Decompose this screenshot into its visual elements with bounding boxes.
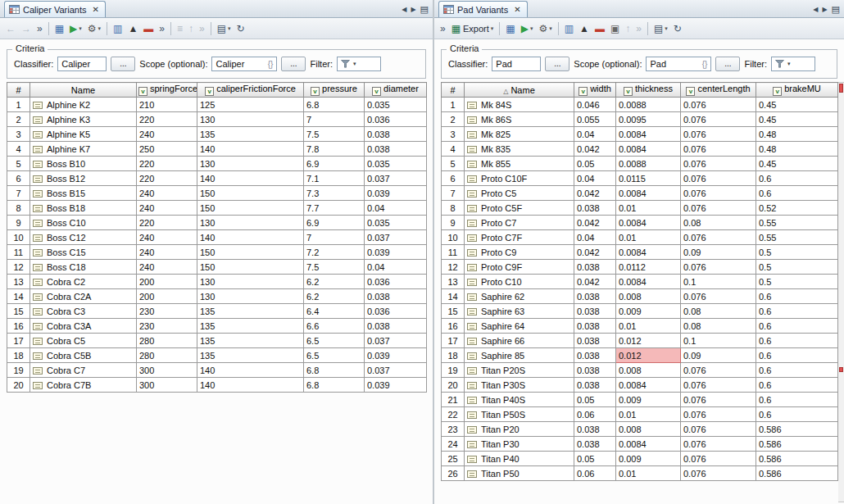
value-cell[interactable]: 0.09 (681, 348, 756, 363)
value-cell[interactable]: 0.45 (756, 98, 838, 112)
row-number-cell[interactable]: 8 (442, 201, 465, 216)
value-cell[interactable]: 7 (304, 112, 365, 127)
column-header-num[interactable]: # (442, 83, 465, 98)
tab-list-icon[interactable]: ▤ (832, 5, 840, 14)
table-row[interactable]: 2Alphine K322013070.036 (7, 112, 427, 127)
value-cell[interactable]: 0.038 (365, 319, 427, 334)
value-cell[interactable]: 7.2 (304, 245, 365, 260)
export-button[interactable]: ▦Export▾ (449, 20, 497, 37)
table-row[interactable]: 15Cobra C32301356.40.036 (7, 304, 427, 319)
remove-icon[interactable]: ▬ (141, 20, 156, 37)
table-row[interactable]: 19Cobra C73001406.80.037 (7, 363, 427, 378)
value-cell[interactable]: 6.9 (304, 157, 365, 171)
run-validation-icon[interactable]: ▶▾ (67, 20, 84, 37)
value-cell[interactable]: 7.5 (304, 127, 365, 142)
value-cell[interactable]: 0.0088 (616, 157, 681, 171)
value-cell[interactable]: 300 (137, 363, 197, 378)
refresh-icon[interactable]: ↻ (234, 20, 247, 37)
name-cell[interactable]: Boss B18 (30, 201, 137, 216)
row-number-cell[interactable]: 9 (7, 216, 30, 230)
value-cell[interactable]: 0.036 (365, 304, 427, 319)
value-cell[interactable]: 6.8 (304, 98, 365, 112)
value-cell[interactable]: 0.076 (681, 157, 756, 171)
value-cell[interactable]: 7 (304, 230, 365, 245)
value-cell[interactable]: 0.038 (574, 437, 616, 452)
row-number-cell[interactable]: 5 (442, 157, 465, 171)
value-cell[interactable]: 0.038 (574, 334, 616, 348)
open-in-containment-tree-icon[interactable]: ▦ (52, 20, 66, 37)
value-cell[interactable]: 0.009 (616, 452, 681, 466)
name-cell[interactable]: Titan P50S (465, 407, 574, 422)
name-cell[interactable]: Cobra C3 (30, 304, 137, 319)
row-number-cell[interactable]: 15 (442, 304, 465, 319)
highlighted-value-cell[interactable]: 0.012 (616, 348, 681, 363)
value-cell[interactable]: 200 (137, 289, 197, 304)
name-cell[interactable]: Mk 825 (465, 127, 574, 142)
row-number-cell[interactable]: 25 (442, 452, 465, 466)
value-cell[interactable]: 150 (197, 245, 304, 260)
row-number-cell[interactable]: 22 (442, 407, 465, 422)
move-up-icon[interactable]: ▲ (577, 20, 592, 37)
value-cell[interactable]: 0.038 (365, 127, 427, 142)
value-cell[interactable]: 280 (137, 348, 197, 363)
row-number-cell[interactable]: 19 (7, 363, 30, 378)
value-cell[interactable]: 135 (197, 334, 304, 348)
value-cell[interactable]: 0.05 (574, 393, 616, 407)
value-cell[interactable]: 0.6 (756, 393, 838, 407)
value-cell[interactable]: 140 (197, 230, 304, 245)
value-cell[interactable]: 0.06 (574, 466, 616, 481)
row-number-cell[interactable]: 6 (7, 171, 30, 186)
value-cell[interactable]: 0.04 (574, 230, 616, 245)
toolbar-overflow-icon[interactable]: » (438, 20, 448, 37)
value-cell[interactable]: 0.076 (681, 142, 756, 157)
name-cell[interactable]: Mk 855 (465, 157, 574, 171)
name-cell[interactable]: Titan P20S (465, 363, 574, 378)
name-cell[interactable]: Boss C12 (30, 230, 137, 245)
value-cell[interactable]: 6.6 (304, 319, 365, 334)
value-cell[interactable]: 0.5 (756, 260, 838, 275)
row-number-cell[interactable]: 12 (7, 260, 30, 275)
name-cell[interactable]: Proto C10 (465, 275, 574, 289)
name-cell[interactable]: Boss C10 (30, 216, 137, 230)
table-row[interactable]: 12Proto C9F0.0380.01120.0760.5 (442, 260, 838, 275)
scope-browse-button[interactable]: ... (715, 57, 740, 71)
value-cell[interactable]: 0.038 (574, 422, 616, 437)
row-number-cell[interactable]: 3 (442, 127, 465, 142)
table-row[interactable]: 20Titan P30S0.0380.00840.0760.6 (442, 378, 838, 393)
classifier-input[interactable]: Caliper (57, 57, 107, 71)
table-row[interactable]: 17Saphire 660.0380.0120.10.6 (442, 334, 838, 348)
value-cell[interactable]: 0.038 (574, 289, 616, 304)
value-cell[interactable]: 0.0115 (616, 171, 681, 186)
view-mode-icon[interactable]: ▤▾ (215, 20, 234, 37)
value-cell[interactable]: 0.035 (365, 216, 427, 230)
tab-pad-variants[interactable]: Pad Variants ✕ (438, 1, 528, 17)
value-cell[interactable]: 0.076 (681, 422, 756, 437)
value-cell[interactable]: 0.012 (616, 334, 681, 348)
value-cell[interactable]: 135 (197, 127, 304, 142)
value-cell[interactable]: 0.55 (756, 230, 838, 245)
scroll-tabs-right-icon[interactable]: ▶ (822, 7, 827, 13)
value-cell[interactable]: 0.6 (756, 304, 838, 319)
export-diagram-icon[interactable]: ▥ (562, 20, 576, 37)
value-cell[interactable]: 0.076 (681, 230, 756, 245)
name-cell[interactable]: Boss B10 (30, 157, 137, 171)
row-number-cell[interactable]: 20 (7, 378, 30, 393)
value-cell[interactable]: 0.035 (365, 157, 427, 171)
export-diagram-icon[interactable]: ▥ (111, 20, 125, 37)
value-cell[interactable]: 240 (137, 127, 197, 142)
value-cell[interactable]: 0.05 (574, 452, 616, 466)
filter-input[interactable]: ▾ (771, 57, 815, 71)
name-cell[interactable]: Titan P30 (465, 437, 574, 452)
value-cell[interactable]: 0.6 (756, 186, 838, 201)
value-cell[interactable]: 0.037 (365, 334, 427, 348)
row-number-cell[interactable]: 5 (7, 157, 30, 171)
row-number-cell[interactable]: 13 (442, 275, 465, 289)
table-row[interactable]: 25Titan P400.050.0090.0760.586 (442, 452, 838, 466)
table-row[interactable]: 10Boss C1224014070.037 (7, 230, 427, 245)
value-cell[interactable]: 150 (197, 260, 304, 275)
table-row[interactable]: 4Alphine K72501407.80.038 (7, 142, 427, 157)
scroll-tabs-left-icon[interactable]: ◀ (402, 7, 406, 13)
row-number-cell[interactable]: 8 (7, 201, 30, 216)
value-cell[interactable]: 0.037 (365, 363, 427, 378)
name-cell[interactable]: Proto C7F (465, 230, 574, 245)
